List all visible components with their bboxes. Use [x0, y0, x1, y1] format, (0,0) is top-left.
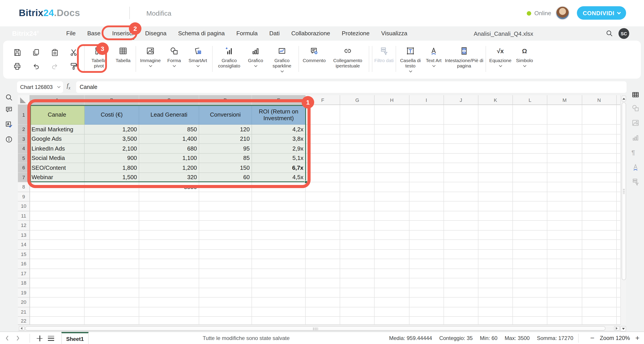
cell-L4[interactable]: [513, 144, 547, 154]
row-header-18[interactable]: 18: [18, 278, 30, 288]
cell-D4[interactable]: 95: [199, 144, 252, 154]
cell-I4[interactable]: [409, 144, 444, 154]
col-header-B[interactable]: B: [84, 95, 139, 105]
cell-I8[interactable]: [409, 182, 444, 192]
cell-B19[interactable]: [84, 288, 139, 298]
search-icon[interactable]: [606, 29, 613, 37]
cell-E17[interactable]: [252, 269, 306, 278]
cell-J22[interactable]: [444, 317, 478, 325]
cell-N20[interactable]: [582, 298, 616, 307]
row-header-1[interactable]: 1: [18, 105, 30, 125]
cell-M5[interactable]: [548, 154, 582, 163]
cell-A2[interactable]: Email Marketing: [30, 125, 84, 134]
cell-F22[interactable]: [306, 317, 340, 325]
cell-E22[interactable]: [252, 317, 306, 325]
save-button[interactable]: [8, 46, 26, 59]
cell-G7[interactable]: [340, 173, 374, 182]
row-header-20[interactable]: 20: [18, 298, 30, 307]
paragraph-panel-icon[interactable]: ¶: [632, 148, 635, 156]
cell-C2[interactable]: 850: [139, 125, 199, 134]
cell-G19[interactable]: [340, 288, 374, 298]
cell-I11[interactable]: [409, 211, 444, 221]
cell-E6[interactable]: 6,7x: [252, 163, 306, 173]
cell-B5[interactable]: 900: [84, 154, 139, 163]
row-header-4[interactable]: 4: [18, 144, 30, 154]
cell-F15[interactable]: [306, 249, 340, 259]
cell-H5[interactable]: [375, 154, 409, 163]
chart-panel-icon[interactable]: [632, 134, 640, 142]
cell-M3[interactable]: [548, 134, 582, 144]
cell-M16[interactable]: [548, 259, 582, 269]
cell-F19[interactable]: [306, 288, 340, 298]
col-header-J[interactable]: J: [444, 95, 478, 105]
cell-N4[interactable]: [582, 144, 616, 154]
cell-N19[interactable]: [582, 288, 616, 298]
cell-D20[interactable]: [199, 298, 252, 307]
cell-N16[interactable]: [582, 259, 616, 269]
add-sheet-button[interactable]: [37, 332, 42, 344]
cell-F20[interactable]: [306, 298, 340, 307]
cell-J6[interactable]: [444, 163, 478, 173]
cell-E3[interactable]: 3,8x: [252, 134, 306, 144]
cell-M21[interactable]: [548, 307, 582, 317]
cell-F1[interactable]: [306, 105, 340, 125]
cell-D11[interactable]: [199, 211, 252, 221]
cell-L17[interactable]: [513, 269, 547, 278]
cell-C13[interactable]: [139, 230, 199, 240]
cell-G12[interactable]: [340, 221, 374, 230]
cell-F13[interactable]: [306, 230, 340, 240]
info-icon[interactable]: [5, 135, 13, 143]
cell-L13[interactable]: [513, 230, 547, 240]
cell-J3[interactable]: [444, 134, 478, 144]
sheet-view-panel-icon[interactable]: [632, 91, 640, 99]
cell-H11[interactable]: [375, 211, 409, 221]
cell-C4[interactable]: 680: [139, 144, 199, 154]
cell-J5[interactable]: [444, 154, 478, 163]
cell-G18[interactable]: [340, 278, 374, 288]
cell-K2[interactable]: [478, 125, 513, 134]
col-header-H[interactable]: H: [375, 95, 409, 105]
cell-G1[interactable]: [340, 105, 374, 125]
cell-E9[interactable]: [252, 192, 306, 201]
row-header-22[interactable]: 22: [18, 317, 30, 325]
cell-C5[interactable]: 1,100: [139, 154, 199, 163]
cell-M4[interactable]: [548, 144, 582, 154]
cell-D16[interactable]: [199, 259, 252, 269]
cell-C6[interactable]: 1,200: [139, 163, 199, 173]
search-icon[interactable]: [5, 93, 13, 101]
cell-N7[interactable]: [582, 173, 616, 182]
cell-G21[interactable]: [340, 307, 374, 317]
cell-K17[interactable]: [478, 269, 513, 278]
cell-C19[interactable]: [139, 288, 199, 298]
cell-I13[interactable]: [409, 230, 444, 240]
cell-C3[interactable]: 1,400: [139, 134, 199, 144]
cell-H14[interactable]: [375, 240, 409, 249]
cell-N10[interactable]: [582, 201, 616, 211]
cell-C15[interactable]: [139, 249, 199, 259]
cell-M17[interactable]: [548, 269, 582, 278]
cell-B11[interactable]: [84, 211, 139, 221]
cell-K8[interactable]: [478, 182, 513, 192]
cell-L12[interactable]: [513, 221, 547, 230]
cell-M19[interactable]: [548, 288, 582, 298]
row-header-9[interactable]: 9: [18, 192, 30, 201]
print-button[interactable]: [8, 59, 26, 73]
cell-M13[interactable]: [548, 230, 582, 240]
cell-B22[interactable]: [84, 317, 139, 325]
cell-C18[interactable]: [139, 278, 199, 288]
cell-D8[interactable]: [199, 182, 252, 192]
row-header-21[interactable]: 21: [18, 307, 30, 317]
horizontal-scrollbar[interactable]: [18, 325, 620, 331]
cell-F6[interactable]: [306, 163, 340, 173]
cell-K4[interactable]: [478, 144, 513, 154]
cell-K1[interactable]: [478, 105, 513, 125]
cell-N21[interactable]: [582, 307, 616, 317]
col-header-I[interactable]: I: [409, 95, 444, 105]
cell-M18[interactable]: [548, 278, 582, 288]
cell-C20[interactable]: [139, 298, 199, 307]
cell-H15[interactable]: [375, 249, 409, 259]
cell-A13[interactable]: [30, 230, 84, 240]
cell-L5[interactable]: [513, 154, 547, 163]
col-header-C[interactable]: C: [139, 95, 199, 105]
cell-L16[interactable]: [513, 259, 547, 269]
